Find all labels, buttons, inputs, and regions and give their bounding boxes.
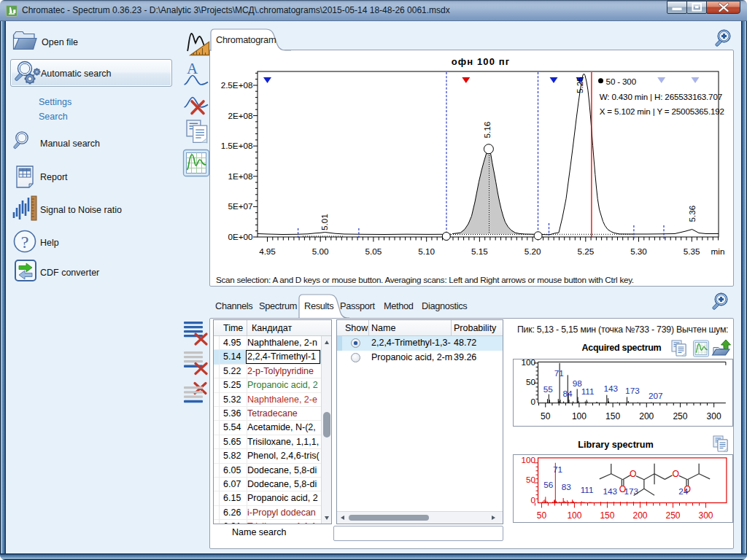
svg-text:A: A <box>187 60 198 77</box>
svg-text:?: ? <box>21 233 29 252</box>
